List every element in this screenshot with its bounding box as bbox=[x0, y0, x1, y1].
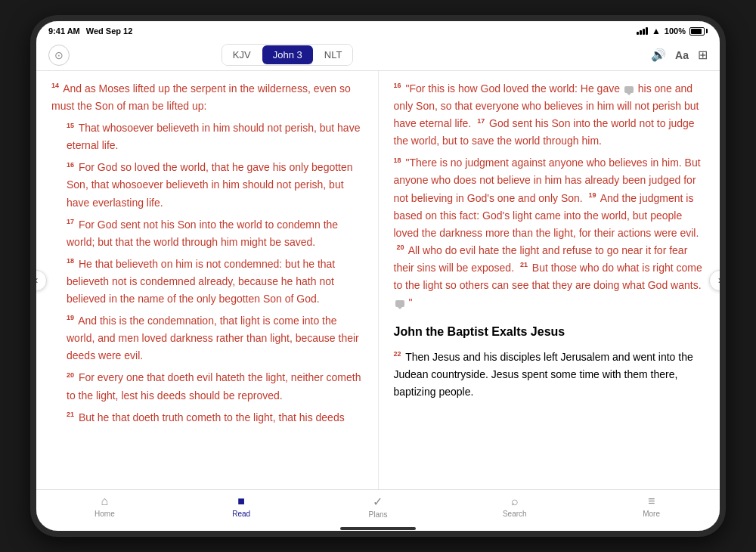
nav-read[interactable]: ■ Read bbox=[173, 495, 310, 519]
verse-21-partial: 21 But he that doeth truth cometh to the… bbox=[51, 409, 363, 426]
verse-15: 15 That whosoever believeth in him shoul… bbox=[51, 119, 363, 154]
nlt-verse-16: 16 "For this is how God loved the world:… bbox=[394, 80, 705, 150]
time: 9:41 AM bbox=[48, 26, 80, 36]
nav-more[interactable]: ≡ More bbox=[583, 495, 720, 519]
bottom-nav: ⌂ Home ■ Read ✓ Plans ⌕ Search ≡ More bbox=[36, 489, 720, 526]
tab-nlt[interactable]: NLT bbox=[314, 45, 353, 65]
verse-19: 19 And this is the condemnation, that li… bbox=[51, 312, 363, 364]
layout-icon[interactable]: ⊞ bbox=[698, 48, 708, 62]
signal-bars bbox=[637, 27, 648, 35]
content-area: ‹ 14 And as Moses lifted up the serpent … bbox=[36, 71, 720, 489]
nav-search[interactable]: ⌕ Search bbox=[446, 495, 583, 519]
date: Wed Sep 12 bbox=[86, 26, 133, 36]
ipad-device: 9:41 AM Wed Sep 12 ▲ 100% ⊙ KJV Jo bbox=[30, 15, 726, 537]
battery-icon bbox=[689, 27, 708, 36]
nav-plans[interactable]: ✓ Plans bbox=[310, 495, 447, 519]
verse-20: 20 For every one that doeth evil hateth … bbox=[51, 369, 363, 404]
nav-home[interactable]: ⌂ Home bbox=[36, 495, 173, 519]
nlt-verse-22: 22 Then Jesus and his disciples left Jer… bbox=[394, 349, 705, 401]
status-right: ▲ 100% bbox=[637, 26, 708, 36]
compass-button[interactable]: ⊙ bbox=[48, 45, 70, 66]
audio-icon[interactable]: 🔊 bbox=[651, 48, 666, 62]
next-chapter-arrow[interactable]: › bbox=[709, 270, 720, 291]
section-heading: John the Baptist Exalts Jesus bbox=[394, 322, 705, 342]
tab-kjv[interactable]: KJV bbox=[222, 45, 262, 65]
verse-18: 18 He that believeth on him is not conde… bbox=[51, 256, 363, 308]
status-left: 9:41 AM Wed Sep 12 bbox=[48, 26, 132, 36]
comment-bubble-16 bbox=[624, 86, 634, 93]
kjv-panel: ‹ 14 And as Moses lifted up the serpent … bbox=[36, 71, 379, 489]
verse-17: 17 For God sent not his Son into the wor… bbox=[51, 216, 363, 251]
comment-bubble-21 bbox=[395, 300, 404, 307]
verse-16: 16 For God so loved the world, that he g… bbox=[51, 159, 363, 211]
home-icon: ⌂ bbox=[101, 495, 109, 508]
plans-icon: ✓ bbox=[373, 495, 383, 509]
toolbar-right-icons: 🔊 Aa ⊞ bbox=[651, 48, 708, 62]
nlt-panel: › 16 "For this is how God loved the worl… bbox=[379, 71, 720, 489]
status-bar: 9:41 AM Wed Sep 12 ▲ 100% bbox=[36, 21, 720, 39]
battery-pct: 100% bbox=[665, 26, 686, 36]
toolbar: ⊙ KJV John 3 NLT 🔊 Aa ⊞ bbox=[36, 39, 720, 71]
tab-john3[interactable]: John 3 bbox=[262, 45, 313, 64]
home-bar bbox=[340, 527, 416, 530]
nlt-verse-18: 18 "There is no judgment against anyone … bbox=[394, 154, 705, 312]
more-icon: ≡ bbox=[648, 495, 655, 508]
wifi-icon: ▲ bbox=[652, 26, 661, 36]
home-indicator bbox=[36, 526, 720, 531]
prev-chapter-arrow[interactable]: ‹ bbox=[36, 270, 47, 291]
read-icon: ■ bbox=[237, 495, 245, 508]
version-tabs: KJV John 3 NLT bbox=[222, 44, 354, 66]
verse-14: 14 And as Moses lifted up the serpent in… bbox=[51, 80, 363, 115]
text-size-icon[interactable]: Aa bbox=[675, 49, 689, 61]
search-icon: ⌕ bbox=[511, 495, 519, 508]
